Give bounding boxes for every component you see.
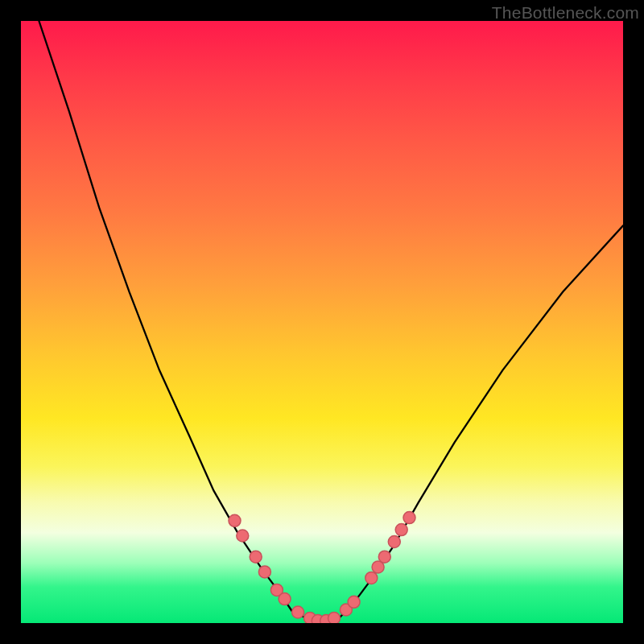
data-point bbox=[365, 572, 378, 584]
data-point bbox=[395, 524, 407, 536]
chart-svg bbox=[21, 21, 623, 623]
data-point bbox=[237, 530, 249, 542]
plot-area bbox=[21, 21, 623, 623]
data-point bbox=[258, 566, 270, 578]
data-point bbox=[403, 512, 415, 524]
data-point bbox=[378, 551, 390, 563]
chart-frame: TheBottleneck.com bbox=[0, 0, 644, 644]
bottleneck-curve bbox=[39, 21, 623, 623]
data-point bbox=[229, 514, 241, 526]
data-point bbox=[328, 613, 341, 624]
data-point bbox=[250, 551, 262, 563]
data-point bbox=[292, 606, 304, 618]
data-point bbox=[279, 593, 291, 605]
data-point bbox=[388, 536, 400, 548]
markers-group bbox=[229, 512, 415, 623]
data-point bbox=[348, 596, 360, 608]
watermark-text: TheBottleneck.com bbox=[492, 3, 639, 23]
